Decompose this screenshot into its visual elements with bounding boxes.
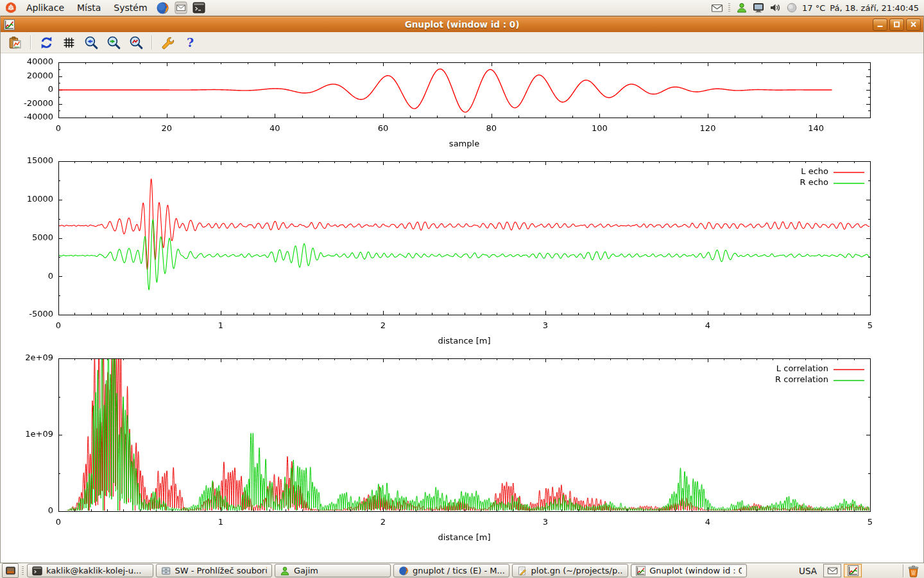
mail-icon[interactable] [174, 1, 188, 15]
keyboard-layout-indicator[interactable]: USA [799, 566, 817, 576]
tray-mail-icon[interactable] [823, 564, 841, 577]
task-label: gnuplot / tics (E) - M... [413, 566, 504, 575]
replot-button[interactable] [38, 34, 55, 51]
maximize-button[interactable] [889, 19, 904, 31]
help-button[interactable]: ? [182, 34, 198, 51]
task-label: Gajim [294, 566, 318, 575]
tray-gnuplot-icon[interactable] [844, 564, 862, 577]
gnome-top-panel: Aplikace Místa Systém [0, 0, 924, 16]
toolbar-separator [30, 35, 31, 49]
tray-separator [728, 3, 730, 12]
ubuntu-logo-icon[interactable] [4, 1, 18, 15]
menu-places[interactable]: Místa [71, 0, 107, 15]
svg-text:?: ? [186, 35, 193, 49]
minimize-button[interactable] [873, 19, 887, 31]
gnuplot-window-icon [4, 19, 15, 30]
temperature-label[interactable]: 17 °C [802, 3, 825, 13]
clock-label[interactable]: Pá, 18. září, 21:40:45 [830, 3, 919, 13]
volume-icon[interactable] [769, 2, 781, 14]
gnuplot-canvas[interactable] [1, 53, 923, 563]
task-label: plot.gn (~/projects/p... [531, 566, 623, 575]
grid-toggle-button[interactable] [60, 34, 77, 51]
copy-plot-button[interactable] [6, 34, 23, 51]
panel-left: Aplikace Místa Systém [0, 0, 207, 15]
task-terminal[interactable]: kaklik@kaklik-kolej-u... [27, 564, 153, 577]
trash-icon[interactable] [906, 563, 921, 578]
taskbar-handle[interactable] [22, 566, 24, 575]
task-file-manager[interactable]: SW - Prohlížeč souborů [156, 564, 272, 577]
task-label: Gnuplot (window id : 0) [649, 566, 742, 575]
zoom-previous-button[interactable] [83, 34, 99, 51]
close-button[interactable] [906, 19, 921, 31]
plot-area [1, 53, 923, 563]
panel-tray: 17 °C Pá, 18. září, 21:40:45 [711, 0, 924, 15]
zoom-next-button[interactable] [105, 34, 122, 51]
firefox-icon[interactable] [156, 1, 170, 15]
task-label: SW - Prohlížeč souborů [175, 566, 267, 575]
task-text-editor[interactable]: plot.gn (~/projects/p... [512, 564, 628, 577]
taskbar-separator [903, 565, 903, 577]
weather-icon[interactable] [785, 2, 798, 14]
terminal-icon[interactable] [192, 1, 206, 15]
show-desktop-button[interactable] [2, 563, 19, 578]
window-controls [873, 19, 921, 31]
menu-applications[interactable]: Aplikace [21, 0, 70, 15]
toolbar: ? [1, 32, 923, 53]
settings-button[interactable] [159, 34, 176, 51]
menu-system[interactable]: Systém [108, 0, 153, 15]
taskbar: kaklik@kaklik-kolej-u... SW - Prohlížeč … [0, 563, 924, 578]
desktop: Aplikace Místa Systém [0, 0, 924, 578]
titlebar[interactable]: Gnuplot (window id : 0) [1, 16, 923, 32]
user-status-icon[interactable] [735, 2, 748, 14]
task-label: kaklik@kaklik-kolej-u... [46, 566, 141, 575]
window-title: Gnuplot (window id : 0) [1, 19, 923, 30]
mail-notification-icon[interactable] [711, 2, 723, 14]
task-gajim[interactable]: Gajim [275, 564, 391, 577]
task-gnuplot[interactable]: Gnuplot (window id : 0) [631, 564, 747, 577]
toolbar-separator [151, 35, 152, 49]
gnuplot-window: Gnuplot (window id : 0) [0, 16, 924, 563]
task-firefox[interactable]: gnuplot / tics (E) - M... [393, 564, 509, 577]
zoom-reset-button[interactable] [128, 34, 144, 51]
display-icon[interactable] [752, 2, 764, 14]
